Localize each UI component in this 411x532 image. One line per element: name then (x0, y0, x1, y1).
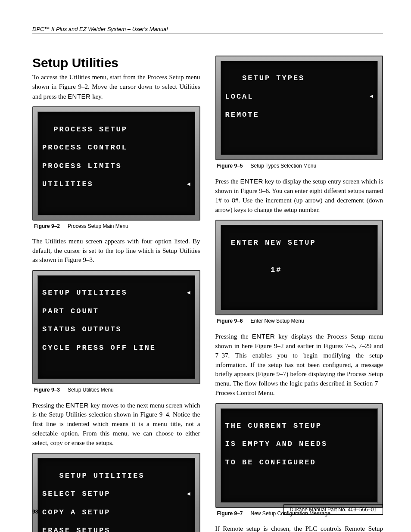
figure-9-6: ENTER NEW SETUP 1# (215, 220, 383, 315)
right-column: SETUP TYPES LOCAL◀ REMOTE Figure 9–5Setu… (215, 56, 383, 532)
lcd-screen: SETUP UTILITIES◀ PART COUNT STATUS OUTPU… (37, 275, 195, 379)
key-name: ENTER (240, 177, 263, 185)
figure-caption: Figure 9–3Setup Utilities Menu (34, 387, 200, 393)
figure-9-2: PROCESS SETUP PROCESS CONTROL PROCESS LI… (32, 106, 200, 221)
figure-9-3: SETUP UTILITIES◀ PART COUNT STATUS OUTPU… (32, 270, 200, 384)
lcd-screen: SETUP TYPES LOCAL◀ REMOTE (221, 61, 378, 155)
manual-part-number: Dukane Manual Part No. 403–566–01 (283, 504, 383, 515)
key-name: ENTER (252, 333, 275, 340)
cursor-icon: ◀ (370, 93, 373, 100)
running-head: DPC™ II Plus and EZ Welder System – User… (32, 26, 383, 34)
figure-caption: Figure 9–6Enter New Setup Menu (217, 318, 383, 324)
paragraph: Press the ENTER key to display the setup… (215, 177, 383, 215)
paragraph: If Remote setup is chosen, the PLC contr… (215, 524, 383, 532)
cursor-icon: ◀ (187, 181, 190, 188)
text: To access the Utilities menu, start from… (32, 74, 200, 100)
text: Pressing the (215, 333, 252, 340)
figure-9-7: THE CURRENT STEUP IS EMPTY AND NEEDS TO … (215, 403, 383, 508)
text: Pressing the (32, 402, 66, 409)
cursor-icon: ◀ (187, 289, 190, 296)
paragraph: Pressing the ENTER key moves to the next… (32, 401, 200, 448)
paragraph: To access the Utilities menu, start from… (32, 73, 200, 101)
text: Press the (215, 178, 240, 185)
paragraph: The Utilities menu screen appears with f… (32, 237, 200, 265)
key-name: ENTER (68, 93, 90, 100)
key-name: ENTER (66, 401, 89, 409)
text: key displays the Process Setup menu show… (215, 333, 383, 396)
page-footer: 98 Dukane Manual Part No. 403–566–01 (32, 504, 383, 515)
cursor-icon: ◀ (187, 491, 190, 498)
section-title: Setup Utilities (32, 56, 200, 70)
lcd-screen: SETUP UTILITIES SELECT SETUP◀ COPY A SET… (37, 458, 195, 532)
figure-9-5: SETUP TYPES LOCAL◀ REMOTE (215, 56, 383, 160)
figure-caption: Figure 9–2Process Setup Main Menu (34, 223, 200, 229)
lcd-screen: ENTER NEW SETUP 1# (221, 225, 378, 310)
paragraph: Pressing the ENTER key displays the Proc… (215, 332, 383, 398)
page-number: 98 (32, 509, 38, 515)
figure-9-4: SETUP UTILITIES SELECT SETUP◀ COPY A SET… (32, 453, 200, 532)
lcd-screen: PROCESS SETUP PROCESS CONTROL PROCESS LI… (37, 112, 195, 215)
figure-caption: Figure 9–5Setup Types Selection Menu (217, 163, 383, 169)
text: key. (90, 93, 103, 100)
left-column: Setup Utilities To access the Utilities … (32, 56, 200, 532)
lcd-screen: THE CURRENT STEUP IS EMPTY AND NEEDS TO … (221, 408, 378, 503)
